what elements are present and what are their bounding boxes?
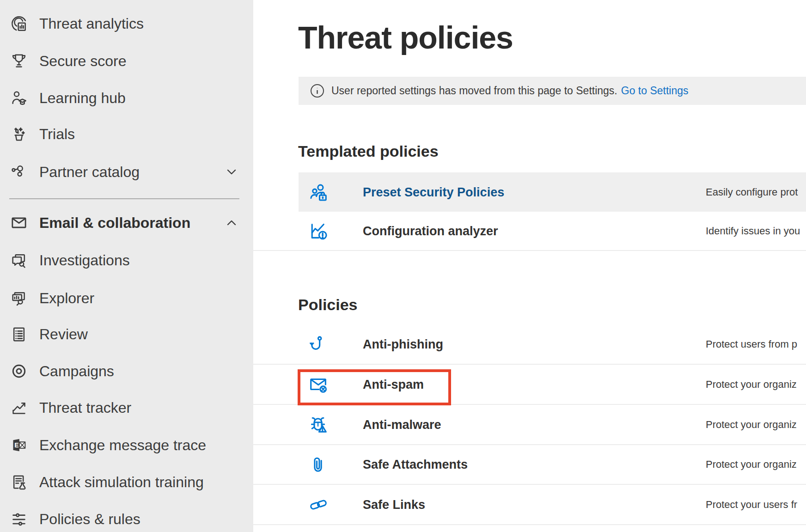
sidebar-item-label: Investigations [39,252,130,269]
chevron-down-icon[interactable] [223,164,240,180]
row-safe-links[interactable]: Safe Links Protect your users fr [253,485,806,525]
sidebar-item-trials[interactable]: Trials [0,116,253,153]
sidebar-item-label: Explorer [39,290,94,307]
safe-attachments-icon [307,453,330,476]
row-description: Protect your users fr [706,499,797,511]
anti-phishing-icon [307,333,330,356]
row-configuration-analyzer[interactable]: Configuration analyzer Identify issues i… [253,212,806,251]
sidebar-divider [9,198,239,199]
sidebar-item-threat-tracker[interactable]: Threat tracker [0,389,253,426]
threat-policies-page: Threat analytics Secure score Learning h… [0,0,806,532]
sidebar-item-label: Learning hub [39,90,126,107]
review-icon [8,324,30,345]
configuration-analyzer-icon [307,220,330,243]
row-description: Protect users from p [706,338,797,350]
threat-tracker-icon [8,397,30,418]
sidebar-item-threat-analytics[interactable]: Threat analytics [0,5,253,42]
row-label[interactable]: Safe Attachments [363,458,468,472]
row-description: Protect your organiz [706,419,797,431]
row-description: Identify issues in you [706,225,800,237]
row-label[interactable]: Anti-malware [363,417,441,432]
sidebar: Threat analytics Secure score Learning h… [0,0,253,532]
sidebar-item-email-collaboration[interactable]: Email & collaboration [0,204,253,241]
safe-links-icon [307,493,330,516]
sidebar-item-label: Partner catalog [39,164,140,181]
row-anti-phishing[interactable]: Anti-phishing Protect users from p [253,324,806,365]
sidebar-item-review[interactable]: Review [0,316,253,353]
svg-text:E: E [14,441,18,449]
sidebar-item-label: Policies & rules [39,511,140,528]
email-icon [8,212,30,233]
trials-icon [8,123,30,145]
section-heading-policies: Policies [298,296,358,314]
sidebar-item-label: Campaigns [39,363,114,380]
sidebar-item-learning-hub[interactable]: Learning hub [0,79,253,116]
sidebar-item-label: Threat analytics [39,15,144,32]
policies-rules-icon [8,508,30,530]
row-description: Protect your organiz [706,379,797,391]
row-description: Easily configure prot [706,186,798,198]
sidebar-item-label: Trials [39,126,75,143]
anti-spam-icon [307,373,330,396]
info-icon [310,84,324,98]
sidebar-item-exchange-message-trace[interactable]: E Exchange message trace [0,427,253,464]
sidebar-item-label: Exchange message trace [39,437,206,454]
sidebar-item-partner-catalog[interactable]: Partner catalog [0,153,253,190]
row-safe-attachments[interactable]: Safe Attachments Protect your organiz [253,445,806,485]
sidebar-item-label: Email & collaboration [39,214,190,232]
chevron-up-icon[interactable] [223,214,240,231]
go-to-settings-link[interactable]: Go to Settings [621,85,689,97]
sidebar-item-campaigns[interactable]: Campaigns [0,353,253,390]
exchange-icon: E [8,434,30,456]
sidebar-item-secure-score[interactable]: Secure score [0,43,253,79]
sidebar-item-label: Attack simulation training [39,474,204,491]
learning-hub-icon [8,87,30,109]
sidebar-item-attack-simulation-training[interactable]: Attack simulation training [0,464,253,501]
preset-security-policies-icon [307,181,330,204]
secure-score-icon [8,50,30,72]
row-label[interactable]: Anti-phishing [363,337,443,351]
explorer-icon [8,287,30,309]
row-preset-security-policies[interactable]: Preset Security Policies Easily configur… [299,172,806,212]
row-description: Protect your organiz [706,459,797,471]
sidebar-item-label: Review [39,326,88,343]
row-label[interactable]: Preset Security Policies [363,185,504,199]
attack-simulation-icon [8,471,30,493]
section-heading-templated-policies: Templated policies [298,142,439,160]
anti-malware-icon [307,413,330,436]
row-anti-spam[interactable]: Anti-spam Protect your organiz [253,365,806,405]
row-label[interactable]: Safe Links [363,497,425,512]
info-banner: User reported settings has moved from th… [299,77,806,105]
sidebar-item-label: Threat tracker [39,399,131,416]
sidebar-item-investigations[interactable]: Investigations [0,242,253,279]
page-title: Threat policies [298,19,513,55]
partner-catalog-icon [8,161,30,183]
sidebar-item-explorer[interactable]: Explorer [0,280,253,317]
threat-analytics-icon [8,13,30,34]
main-content: Threat policies User reported settings h… [253,0,806,532]
sidebar-item-policies-rules[interactable]: Policies & rules [0,501,253,532]
sidebar-item-label: Secure score [39,53,127,70]
row-label[interactable]: Anti-spam [363,377,424,391]
campaigns-icon [8,361,30,382]
row-anti-malware[interactable]: Anti-malware Protect your organiz [253,405,806,445]
row-label[interactable]: Configuration analyzer [363,224,498,238]
investigations-icon [8,250,30,271]
banner-message: User reported settings has moved from th… [331,85,617,97]
